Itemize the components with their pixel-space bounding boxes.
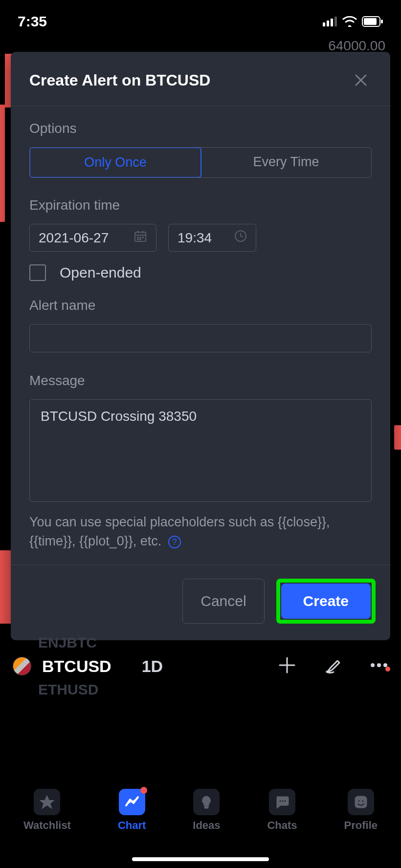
svg-point-30 (284, 800, 286, 802)
expiration-date-input[interactable]: 2021-06-27 (29, 224, 156, 252)
ticker-band: ENJBTC BTCUSD 1D ETHUSD (0, 634, 401, 698)
expiration-date-value: 2021-06-27 (39, 230, 109, 246)
modal-title: Create Alert on BTCUSD (29, 71, 210, 89)
open-ended-checkbox-row[interactable]: Open-ended (29, 264, 372, 281)
calendar-icon (134, 229, 147, 246)
close-button[interactable] (350, 69, 372, 91)
svg-rect-6 (381, 20, 383, 23)
nav-label: Ideas (193, 819, 220, 832)
options-segmented-control: Only Once Every Time (29, 147, 372, 178)
home-indicator[interactable] (132, 857, 269, 861)
ticker-symbol-icon (13, 657, 31, 675)
star-icon (34, 789, 60, 815)
profile-icon (348, 789, 374, 815)
background-price-marker (394, 425, 401, 450)
message-textarea[interactable] (29, 399, 372, 502)
ticker-symbol[interactable]: BTCUSD (42, 657, 111, 676)
modal-header: Create Alert on BTCUSD (11, 52, 390, 106)
nav-watchlist[interactable]: Watchlist (23, 789, 71, 832)
status-bar: 7:35 (0, 0, 401, 43)
svg-point-14 (140, 237, 141, 238)
status-right (323, 16, 383, 27)
alert-name-label: Alert name (29, 298, 372, 313)
chart-icon (119, 789, 145, 815)
modal-body: Options Only Once Every Time Expiration … (11, 106, 390, 564)
wifi-icon (342, 16, 357, 27)
svg-rect-31 (355, 796, 367, 808)
message-hint: You can use special placeholders such as… (29, 513, 372, 551)
svg-point-28 (279, 800, 281, 802)
faded-ticker-above: ENJBTC (38, 634, 388, 651)
svg-rect-1 (327, 21, 329, 26)
close-icon (354, 73, 368, 87)
ticker-interval[interactable]: 1D (142, 657, 163, 676)
chat-icon (269, 789, 295, 815)
svg-point-16 (137, 239, 138, 240)
pencil-icon (324, 656, 342, 674)
create-button[interactable]: Create (281, 584, 371, 619)
notification-dot-icon (385, 667, 390, 672)
modal-footer: Cancel Create (11, 564, 390, 640)
alert-name-input[interactable] (29, 324, 372, 352)
svg-rect-3 (334, 17, 337, 26)
svg-point-29 (282, 800, 284, 802)
options-label: Options (29, 121, 372, 136)
nav-profile[interactable]: Profile (344, 789, 378, 832)
svg-marker-26 (41, 796, 53, 808)
add-button[interactable] (278, 656, 296, 676)
option-only-once[interactable]: Only Once (29, 147, 201, 178)
svg-rect-0 (323, 22, 325, 26)
help-icon[interactable]: ? (168, 536, 181, 548)
create-alert-modal: Create Alert on BTCUSD Options Only Once… (11, 52, 390, 640)
nav-chart[interactable]: Chart (118, 789, 146, 832)
nav-chats[interactable]: Chats (267, 789, 297, 832)
svg-point-23 (371, 663, 375, 667)
draw-button[interactable] (324, 656, 342, 676)
clock-icon (234, 230, 247, 246)
nav-label: Watchlist (23, 819, 71, 832)
option-every-time[interactable]: Every Time (201, 148, 371, 177)
create-button-highlight: Create (276, 579, 376, 624)
svg-rect-27 (204, 806, 208, 808)
cellular-signal-icon (323, 17, 337, 26)
nav-ideas[interactable]: Ideas (193, 789, 220, 832)
background-candle (0, 105, 5, 222)
status-time: 7:35 (18, 13, 47, 30)
battery-icon (362, 16, 383, 27)
ticker-row: BTCUSD 1D (13, 656, 388, 676)
cancel-button[interactable]: Cancel (182, 579, 264, 624)
message-label: Message (29, 373, 372, 389)
open-ended-checkbox[interactable] (29, 264, 46, 281)
bottom-nav: Watchlist Chart Ideas Chats Profile (0, 780, 401, 868)
expiration-time-input[interactable]: 19:34 (168, 224, 256, 252)
svg-point-24 (377, 663, 381, 667)
lightbulb-icon (193, 789, 220, 815)
expiration-row: 2021-06-27 19:34 (29, 224, 372, 252)
svg-rect-2 (331, 19, 333, 26)
notification-badge-icon (140, 787, 147, 794)
svg-point-13 (137, 237, 138, 238)
svg-point-15 (142, 237, 143, 238)
svg-point-32 (358, 800, 360, 802)
svg-rect-5 (364, 18, 377, 25)
expiration-label: Expiration time (29, 197, 372, 213)
svg-line-20 (241, 236, 243, 237)
ticker-tools (278, 656, 388, 676)
plus-icon (278, 656, 296, 674)
nav-label: Profile (344, 819, 378, 832)
svg-point-17 (140, 239, 141, 240)
open-ended-label: Open-ended (60, 264, 141, 281)
expiration-time-value: 19:34 (178, 230, 212, 246)
svg-point-33 (362, 800, 364, 802)
faded-ticker-below: ETHUSD (38, 681, 388, 698)
nav-label: Chats (267, 819, 297, 832)
nav-label: Chart (118, 819, 146, 832)
more-button[interactable] (370, 662, 388, 671)
